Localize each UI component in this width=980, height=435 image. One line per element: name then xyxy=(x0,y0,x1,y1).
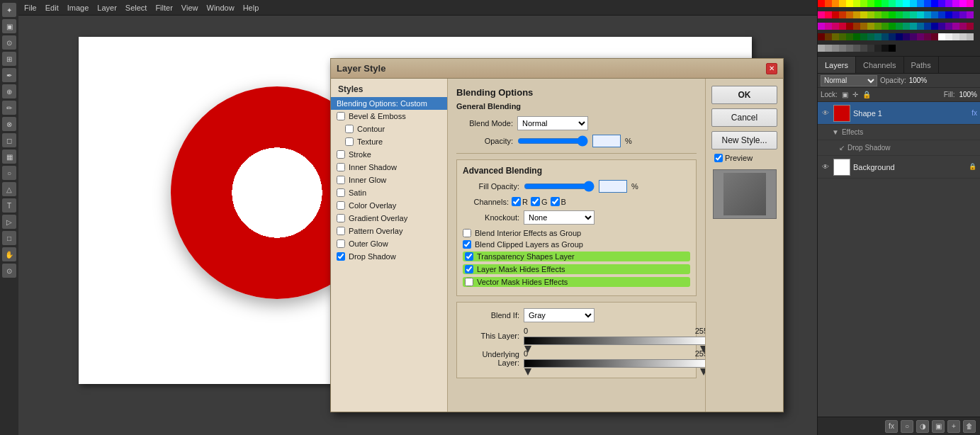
color-swatch[interactable] xyxy=(924,11,931,18)
tab-layers[interactable]: Layers xyxy=(818,57,856,73)
color-swatch[interactable] xyxy=(924,33,931,40)
color-swatch[interactable] xyxy=(896,23,903,30)
color-swatch[interactable] xyxy=(825,45,832,52)
menu-image[interactable]: Image xyxy=(67,4,89,12)
color-swatch[interactable] xyxy=(910,0,917,7)
color-swatch[interactable] xyxy=(882,33,889,40)
color-swatch[interactable] xyxy=(959,11,967,18)
color-swatch[interactable] xyxy=(860,11,867,18)
color-swatch[interactable] xyxy=(938,23,945,30)
color-swatch[interactable] xyxy=(846,33,853,40)
lock-all-btn[interactable]: 🔒 xyxy=(862,91,871,98)
color-overlay-checkbox[interactable] xyxy=(337,201,345,210)
satin-checkbox[interactable] xyxy=(337,188,345,197)
style-item-drop-shadow[interactable]: Drop Shadow xyxy=(331,250,447,263)
color-swatch[interactable] xyxy=(867,23,874,30)
color-swatch[interactable] xyxy=(924,23,931,30)
style-item-gradient-overlay[interactable]: Gradient Overlay xyxy=(331,212,447,225)
color-swatch[interactable] xyxy=(889,0,896,7)
color-swatch[interactable] xyxy=(874,0,882,7)
fill-opacity-slider[interactable] xyxy=(524,181,595,191)
tool-eyedropper[interactable]: ✒ xyxy=(2,68,16,82)
layer-mask-checkbox[interactable] xyxy=(465,265,473,273)
color-swatch[interactable] xyxy=(825,23,832,30)
transparency-checkbox[interactable] xyxy=(465,252,473,261)
tool-crop[interactable]: ⊞ xyxy=(2,52,16,66)
color-swatch[interactable] xyxy=(839,0,846,7)
menu-help[interactable]: Help xyxy=(243,4,259,12)
color-swatch[interactable] xyxy=(853,23,860,30)
color-swatch[interactable] xyxy=(874,33,882,40)
color-swatch[interactable] xyxy=(874,45,882,52)
color-swatch[interactable] xyxy=(952,0,959,7)
color-swatch[interactable] xyxy=(853,45,860,52)
color-swatch[interactable] xyxy=(818,23,825,30)
underlying-handle-left[interactable] xyxy=(524,368,531,375)
color-swatch[interactable] xyxy=(945,0,952,7)
color-swatch[interactable] xyxy=(917,33,924,40)
new-layer-btn[interactable]: + xyxy=(947,420,960,433)
color-swatch[interactable] xyxy=(931,33,938,40)
style-item-bevel[interactable]: Bevel & Emboss xyxy=(331,110,447,123)
color-swatch[interactable] xyxy=(889,33,896,40)
style-item-texture[interactable]: Texture xyxy=(331,135,447,148)
color-swatch[interactable] xyxy=(832,45,839,52)
tab-paths[interactable]: Paths xyxy=(904,57,939,73)
color-swatch[interactable] xyxy=(860,23,867,30)
color-swatch[interactable] xyxy=(903,33,910,40)
color-swatch[interactable] xyxy=(860,0,867,7)
add-style-btn[interactable]: fx xyxy=(885,420,898,433)
color-swatch[interactable] xyxy=(818,11,825,18)
menu-window[interactable]: Window xyxy=(207,4,235,12)
tool-shape[interactable]: □ xyxy=(2,231,16,245)
color-swatch[interactable] xyxy=(938,33,945,40)
color-swatch[interactable] xyxy=(889,45,896,52)
tool-heal[interactable]: ⊕ xyxy=(2,84,16,98)
style-item-satin[interactable]: Satin xyxy=(331,186,447,199)
layer-effects[interactable]: ▼ Effects xyxy=(818,125,980,140)
color-swatch[interactable] xyxy=(882,23,889,30)
color-swatch[interactable] xyxy=(825,11,832,18)
color-swatch[interactable] xyxy=(853,0,860,7)
tool-brush[interactable]: ✏ xyxy=(2,101,16,115)
color-swatch[interactable] xyxy=(832,23,839,30)
new-adjustment-btn[interactable]: ◑ xyxy=(916,420,929,433)
preview-checkbox[interactable] xyxy=(714,154,723,162)
add-mask-btn[interactable]: ○ xyxy=(901,420,913,433)
blend-if-select[interactable]: Gray Red Green Blue xyxy=(524,308,595,322)
color-swatch[interactable] xyxy=(846,45,853,52)
color-swatch[interactable] xyxy=(903,11,910,18)
color-swatch[interactable] xyxy=(889,23,896,30)
layer-blend-mode[interactable]: Normal xyxy=(821,75,877,86)
color-swatch[interactable] xyxy=(882,45,889,52)
knockout-select[interactable]: None Shallow Deep xyxy=(524,210,595,225)
opacity-input[interactable]: 100 xyxy=(592,135,621,147)
pattern-overlay-checkbox[interactable] xyxy=(337,227,345,235)
lock-pixels-btn[interactable]: ▣ xyxy=(842,91,848,98)
tool-gradient[interactable]: ▦ xyxy=(2,149,16,164)
color-swatch[interactable] xyxy=(882,0,889,7)
color-swatch[interactable] xyxy=(825,33,832,40)
channel-g-checkbox[interactable] xyxy=(531,197,540,206)
layer-drop-shadow[interactable]: ↙ Drop Shadow xyxy=(818,140,980,156)
delete-layer-btn[interactable]: 🗑 xyxy=(963,420,976,433)
color-swatch[interactable] xyxy=(959,23,967,30)
style-item-contour[interactable]: Contour xyxy=(331,123,447,135)
style-item-color-overlay[interactable]: Color Overlay xyxy=(331,199,447,212)
color-swatch[interactable] xyxy=(846,0,853,7)
layer-shape1-eye[interactable]: 👁 xyxy=(821,108,830,118)
color-swatch[interactable] xyxy=(938,11,945,18)
blend-interior-checkbox[interactable] xyxy=(463,229,471,237)
color-swatch[interactable] xyxy=(818,45,825,52)
channel-b-checkbox[interactable] xyxy=(551,197,560,206)
fill-opacity-input[interactable]: 100 xyxy=(599,180,627,193)
underlying-handle-right[interactable] xyxy=(700,368,705,375)
color-swatch[interactable] xyxy=(931,23,938,30)
color-swatch[interactable] xyxy=(889,11,896,18)
blend-mode-select[interactable]: Normal Multiply Screen xyxy=(517,116,588,130)
color-swatch[interactable] xyxy=(867,33,874,40)
tool-pen[interactable]: △ xyxy=(2,182,16,196)
color-swatch[interactable] xyxy=(874,23,882,30)
tool-path-select[interactable]: ▷ xyxy=(2,215,16,229)
color-swatch[interactable] xyxy=(917,11,924,18)
